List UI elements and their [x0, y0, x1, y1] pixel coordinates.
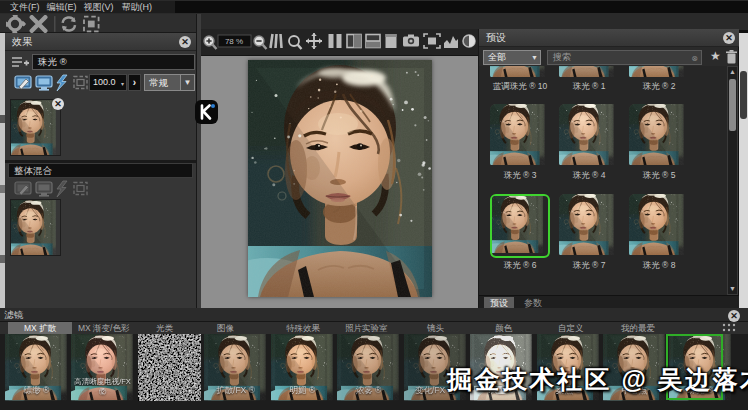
svg-text:78 %: 78 % — [225, 37, 243, 46]
